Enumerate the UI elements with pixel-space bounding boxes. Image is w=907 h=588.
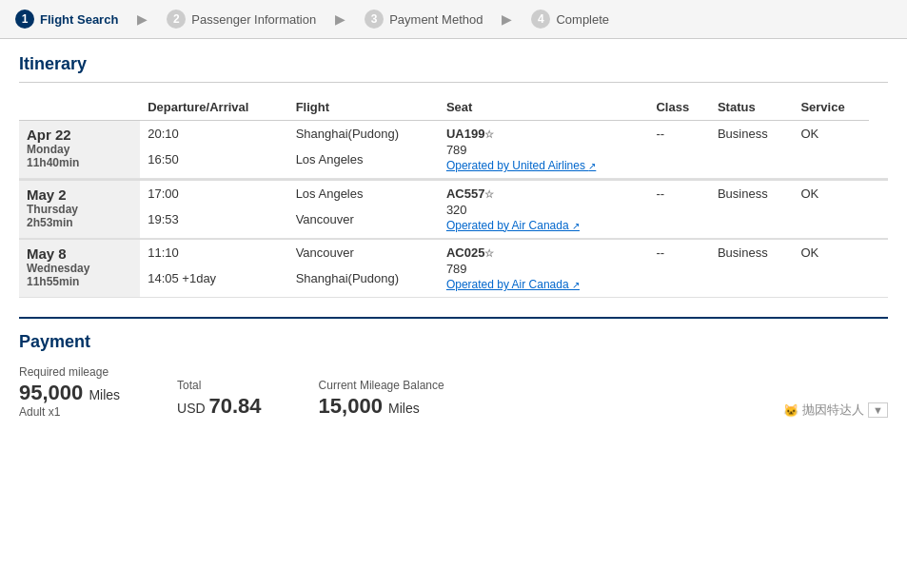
step-2-number: 2 (167, 10, 186, 29)
payment-section: Payment Required mileage 95,000 Miles Ad… (19, 317, 888, 419)
flight-number-2: AC557☆ (446, 186, 641, 201)
arr-time-1: 16:50 (148, 152, 280, 167)
operated-link-2[interactable]: Operated by Air Canada ↗ (446, 219, 641, 232)
step-4-number: 4 (531, 10, 550, 29)
seat-3: -- (648, 240, 709, 298)
col-seat: Seat (439, 94, 649, 121)
currency-prefix: USD (177, 401, 208, 416)
flight-info-3: AC025☆ 789 Operated by Air Canada ↗ (439, 240, 649, 298)
watermark-text: 抛因特达人 (802, 402, 864, 419)
airport-col-2: Los Angeles Vancouver (288, 181, 439, 239)
step-arrow-1: ▶ (137, 11, 148, 27)
operated-link-1[interactable]: Operated by United Airlines ↗ (446, 159, 641, 172)
flight-info-1: UA199☆ 789 Operated by United Airlines ↗ (439, 121, 649, 179)
class-2: Business (710, 181, 793, 239)
arr-airport-3: Shanghai(Pudong) (296, 271, 431, 285)
flight-duration-1: 11h40min (27, 156, 132, 169)
status-3: OK (793, 240, 868, 298)
col-class: Class (648, 94, 709, 121)
col-service: Service (793, 94, 868, 121)
flight-duration-2: 2h53min (27, 216, 132, 229)
flight-weekday-2: Thursday (27, 203, 132, 216)
operated-link-3[interactable]: Operated by Air Canada ↗ (446, 278, 641, 291)
table-row: May 2 Thursday 2h53min 17:00 19:53 Los A… (19, 181, 888, 239)
status-2: OK (793, 181, 868, 239)
step-1[interactable]: 1 Flight Search (15, 10, 118, 29)
step-arrow-3: ▶ (502, 11, 512, 27)
required-mileage-label: Required mileage (19, 365, 120, 379)
total-item: Total USD 70.84 (177, 379, 262, 419)
step-2-label: Passenger Information (191, 12, 316, 27)
dep-airport-3: Vancouver (296, 245, 431, 260)
dropdown-icon[interactable]: ▼ (868, 402, 888, 418)
dep-time-2: 17:00 (148, 186, 280, 201)
flight-date-2: May 2 (27, 186, 132, 203)
mileage-unit: Miles (89, 387, 120, 402)
service-3 (869, 240, 888, 298)
flight-number-3: AC025☆ (446, 245, 641, 260)
aircraft-1: 789 (446, 143, 641, 157)
table-row: May 8 Wednesday 11h55min 11:10 14:05 +1d… (19, 240, 888, 298)
balance-unit: Miles (388, 401, 420, 416)
itinerary-table: Departure/Arrival Flight Seat Class Stat… (19, 94, 888, 298)
arr-time-3: 14:05 +1day (148, 271, 280, 285)
airport-col-3: Vancouver Shanghai(Pudong) (288, 240, 439, 298)
main-content: Itinerary Departure/Arrival Flight Seat … (0, 39, 907, 434)
departure-arrival-3: 11:10 14:05 +1day (140, 240, 287, 298)
date-cell-1: Apr 22 Monday 11h40min (19, 121, 140, 179)
watermark-icon: 🐱 (783, 403, 799, 418)
arr-airport-2: Vancouver (296, 212, 431, 226)
time-block-3: 11:10 14:05 +1day (148, 245, 280, 285)
table-row: Apr 22 Monday 11h40min 20:10 16:50 Shang… (19, 121, 888, 179)
time-block-2: 17:00 19:53 (148, 186, 280, 226)
flight-weekday-3: Wednesday (27, 262, 132, 275)
itinerary-title: Itinerary (19, 54, 888, 83)
required-mileage-value: 95,000 Miles (19, 381, 120, 405)
status-1: OK (793, 121, 868, 179)
flight-block-2: AC557☆ 320 Operated by Air Canada ↗ (446, 186, 641, 232)
dep-airport-1: Shanghai(Pudong) (296, 127, 431, 141)
flight-info-2: AC557☆ 320 Operated by Air Canada ↗ (439, 181, 649, 239)
total-value: USD 70.84 (177, 394, 262, 419)
payment-title: Payment (19, 332, 888, 352)
total-label: Total (177, 379, 262, 392)
class-1: Business (710, 121, 793, 179)
balance-value: 15,000 Miles (319, 394, 444, 419)
step-1-label: Flight Search (40, 12, 118, 27)
step-3-label: Payment Method (389, 12, 483, 27)
flight-date-3: May 8 (27, 245, 132, 262)
step-4[interactable]: 4 Complete (531, 10, 609, 29)
aircraft-3: 789 (446, 262, 641, 276)
required-mileage-sub: Adult x1 (19, 405, 120, 419)
dep-time-3: 11:10 (148, 245, 280, 260)
col-flight: Flight (288, 94, 439, 121)
step-2[interactable]: 2 Passenger Information (167, 10, 316, 29)
flight-weekday-1: Monday (27, 143, 132, 156)
balance-item: Current Mileage Balance 15,000 Miles (319, 379, 444, 419)
flight-date-1: Apr 22 (27, 127, 132, 143)
class-3: Business (710, 240, 793, 298)
flight-block-1: UA199☆ 789 Operated by United Airlines ↗ (446, 127, 641, 172)
time-block-1: 20:10 16:50 (148, 127, 280, 167)
flight-duration-3: 11h55min (27, 275, 132, 288)
step-1-number: 1 (15, 10, 34, 29)
airport-block-1: Shanghai(Pudong) Los Angeles (296, 127, 431, 167)
step-3[interactable]: 3 Payment Method (365, 10, 483, 29)
service-1 (869, 121, 888, 179)
step-arrow-2: ▶ (335, 11, 345, 27)
payment-grid: Required mileage 95,000 Miles Adult x1 T… (19, 365, 888, 419)
departure-arrival-2: 17:00 19:53 (140, 181, 287, 239)
flight-number-1: UA199☆ (446, 127, 641, 141)
arr-time-2: 19:53 (148, 212, 280, 226)
airport-col-1: Shanghai(Pudong) Los Angeles (288, 121, 439, 179)
airport-block-2: Los Angeles Vancouver (296, 186, 431, 226)
required-mileage-item: Required mileage 95,000 Miles Adult x1 (19, 365, 120, 419)
departure-arrival-1: 20:10 16:50 (140, 121, 287, 179)
flight-block-3: AC025☆ 789 Operated by Air Canada ↗ (446, 245, 641, 291)
aircraft-2: 320 (446, 203, 641, 217)
airport-block-3: Vancouver Shanghai(Pudong) (296, 245, 431, 285)
col-date (19, 94, 140, 121)
col-status: Status (710, 94, 793, 121)
balance-label: Current Mileage Balance (319, 379, 444, 392)
seat-1: -- (648, 121, 709, 179)
